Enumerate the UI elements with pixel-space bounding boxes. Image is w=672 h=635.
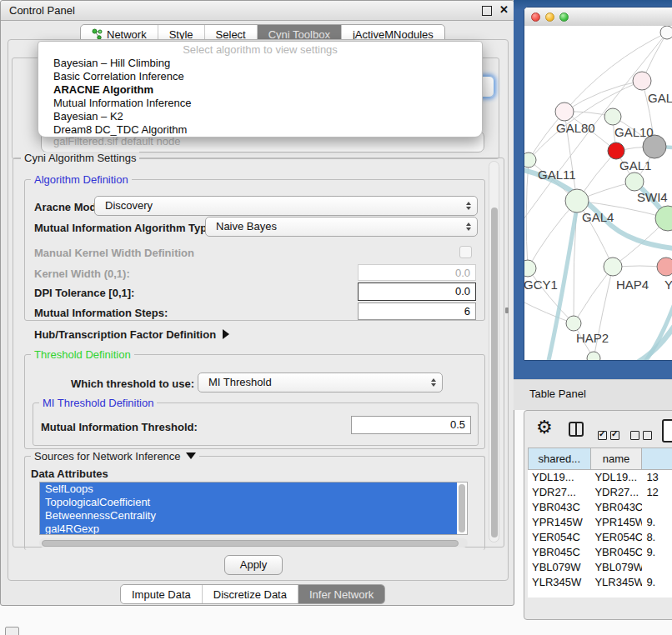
- dpi-tolerance-label: DPI Tolerance [0,1]:: [34, 287, 134, 299]
- column-header-name[interactable]: name: [591, 448, 643, 470]
- minimize-traffic-light-icon[interactable]: [545, 12, 554, 22]
- node-hap4[interactable]: [604, 258, 622, 276]
- node-salmon[interactable]: [657, 258, 672, 276]
- algorithm-list-item[interactable]: Bayesian – Hill Climbing: [38, 57, 482, 70]
- algorithm-list-item[interactable]: ARACNE Algorithm: [38, 83, 482, 97]
- node-gal80[interactable]: [555, 102, 574, 121]
- tab-impute-data[interactable]: Impute Data: [121, 585, 203, 603]
- network-canvas[interactable]: GAL GAL80 GAL10 GAL1 GAL11 SWI4 GAL4 GCY…: [524, 26, 672, 361]
- scrollbar-thumb[interactable]: [491, 208, 498, 538]
- cell-value: 8.: [642, 530, 672, 545]
- algorithm-list-item[interactable]: Dream8 DC_TDC Algorithm: [38, 123, 482, 137]
- mi-type-label: Mutual Information Algorithm Type:: [34, 222, 217, 234]
- attr-list-scrollbar[interactable]: [458, 483, 466, 533]
- cell-name: YER054C: [590, 530, 642, 545]
- network-view-window[interactable]: GAL GAL80 GAL10 GAL1 GAL11 SWI4 GAL4 GCY…: [524, 7, 672, 361]
- algorithm-list-item[interactable]: Bayesian – K2: [38, 110, 482, 123]
- attr-list-hscrollbar[interactable]: [39, 538, 468, 548]
- manual-kernel-checkbox[interactable]: [459, 246, 472, 258]
- node-label: HAP4: [616, 278, 649, 292]
- table-row[interactable]: YDR27... YDR27... 12: [528, 485, 672, 500]
- algorithm-list-item[interactable]: Mutual Information Inference: [38, 97, 482, 110]
- column-layout-icon[interactable]: [569, 422, 584, 437]
- splitter-handle[interactable]: [505, 308, 509, 313]
- algorithm-list-item[interactable]: Basic Correlation Inference: [38, 70, 482, 83]
- algorithm-dropdown-popup: Select algorithm to view settings Bayesi…: [38, 41, 483, 138]
- node-hap2[interactable]: [566, 316, 581, 331]
- control-panel-titlebar: Control Panel ✕: [1, 1, 514, 21]
- settings-scrollbar[interactable]: [489, 161, 499, 542]
- table-row[interactable]: YBL079W YBL079W: [528, 560, 672, 575]
- hub-definition-toggle[interactable]: Hub/Transcription Factor Definition: [34, 328, 229, 341]
- table-row[interactable]: YBR045C YBR045C 9.: [528, 545, 672, 560]
- mi-threshold-field[interactable]: 0.5: [351, 416, 471, 434]
- node-partial-bottom[interactable]: [587, 352, 600, 361]
- attribute-item-selected[interactable]: TopologicalCoefficient: [40, 496, 457, 509]
- attribute-item-selected[interactable]: BetweennessCentrality: [40, 509, 457, 522]
- cell-shared-name: YBR045C: [528, 545, 590, 560]
- data-attributes-list[interactable]: SelfLoopsTopologicalCoefficientBetweenne…: [39, 482, 468, 535]
- which-threshold-select[interactable]: MI Threshold: [198, 372, 443, 392]
- tab-discretize-data[interactable]: Discretize Data: [203, 585, 298, 603]
- node-label: GAL1: [619, 158, 651, 172]
- deselect-all-checkboxes-icon[interactable]: [630, 428, 655, 443]
- table-row[interactable]: YLR345W YLR345W 9.: [528, 575, 672, 590]
- table-row[interactable]: YDL19... YDL19... 13: [528, 470, 672, 485]
- minimized-panel-icon[interactable]: [5, 627, 19, 635]
- which-threshold-label: Which threshold to use:: [71, 378, 194, 390]
- node-gal-pink[interactable]: [633, 72, 651, 90]
- mi-type-select[interactable]: Naive Bayes: [205, 217, 478, 237]
- zoom-traffic-light-icon[interactable]: [559, 12, 569, 22]
- node-swi4[interactable]: [625, 172, 644, 191]
- node-partial-top[interactable]: [660, 26, 672, 39]
- mi-threshold-group-title: MI Threshold Definition: [39, 397, 157, 409]
- node-gal10[interactable]: [604, 108, 621, 125]
- cell-value: 12: [642, 485, 672, 500]
- network-window-titlebar[interactable]: [524, 8, 672, 27]
- attribute-item-selected[interactable]: gal4RGexp: [40, 522, 457, 535]
- node-gcy1[interactable]: [524, 260, 536, 277]
- cyni-mode-tabs: Impute Data Discretize Data Infer Networ…: [120, 584, 385, 604]
- apply-button[interactable]: Apply: [224, 555, 283, 575]
- expanded-arrow-icon: [186, 452, 196, 459]
- node-label: HAP2: [576, 331, 609, 345]
- dpi-tolerance-field[interactable]: 0.0: [358, 282, 476, 301]
- float-window-icon[interactable]: [482, 6, 492, 16]
- column-header-partial[interactable]: [642, 448, 672, 470]
- close-icon[interactable]: ✕: [499, 3, 509, 16]
- tab-infer-network[interactable]: Infer Network: [298, 585, 384, 603]
- kernel-width-field[interactable]: 0.0: [358, 264, 476, 281]
- node-label: SWI4: [637, 190, 668, 204]
- cell-value: 9.: [642, 545, 672, 560]
- cell-name: YIL052C: [590, 590, 642, 592]
- table-row[interactable]: YBR043C YBR043C: [528, 500, 672, 515]
- node-label: GAL11: [538, 168, 576, 182]
- aracne-mode-select[interactable]: Discovery: [94, 196, 478, 216]
- manual-kernel-label: Manual Kernel Width Definition: [34, 247, 194, 259]
- node-gal4[interactable]: [565, 189, 589, 212]
- close-traffic-light-icon[interactable]: [531, 12, 540, 22]
- gear-icon[interactable]: ⚙: [536, 417, 553, 438]
- sources-group-title[interactable]: Sources for Network Inference: [31, 450, 199, 462]
- algorithm-list: Bayesian – Hill ClimbingBasic Correlatio…: [38, 57, 482, 137]
- stepper-arrows-icon: [431, 378, 436, 387]
- select-all-checkboxes-icon[interactable]: [598, 428, 623, 443]
- node-gal1-red[interactable]: [608, 142, 624, 159]
- stepper-arrows-icon: [466, 202, 471, 210]
- table-row[interactable]: YPR145W YPR145W 9.: [528, 515, 672, 530]
- node-gal11[interactable]: [524, 152, 536, 168]
- cell-name: YDR27...: [590, 485, 642, 500]
- attr-items: SelfLoopsTopologicalCoefficientBetweenne…: [40, 482, 467, 535]
- node-table[interactable]: shared... name YDL19... YDL19... 13 YDR2…: [528, 448, 672, 598]
- mi-steps-field[interactable]: 6: [358, 302, 476, 320]
- table-row[interactable]: YER054C YER054C 8.: [528, 530, 672, 545]
- cell-shared-name: YDL19...: [528, 470, 590, 485]
- cell-name: YBL079W: [590, 560, 642, 575]
- new-attribute-icon[interactable]: [662, 419, 672, 442]
- column-header-shared[interactable]: shared...: [528, 448, 591, 470]
- cell-name: YBR045C: [590, 545, 642, 560]
- attribute-item-selected[interactable]: SelfLoops: [40, 482, 457, 496]
- kernel-width-label: Kernel Width (0,1):: [34, 268, 130, 280]
- algorithm-definition-title: Algorithm Definition: [31, 173, 132, 186]
- table-row[interactable]: YIL052C YIL052C 9.: [528, 590, 672, 592]
